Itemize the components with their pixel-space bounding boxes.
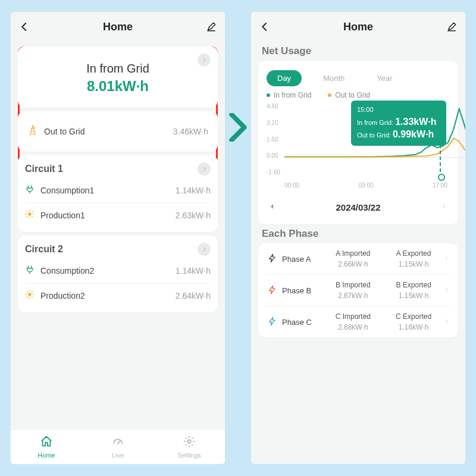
- circuit-2-title: Circuit 2: [25, 240, 211, 258]
- svg-point-2: [28, 293, 31, 296]
- out-card[interactable]: Out to Grid 3.46kW·h: [18, 111, 218, 152]
- net-usage-card: Day Month Year In from Grid Out to Grid …: [258, 61, 458, 224]
- net-usage-chart[interactable]: 4.80 3.20 1.60 0.00 -1.60 15:00 In from …: [265, 103, 451, 192]
- phase-list: Phase A A Imported2.66kW·h A Exported1.1…: [258, 243, 458, 337]
- chevron-right-icon[interactable]: [198, 54, 211, 67]
- phase-b-exp-label: B Exported: [383, 281, 444, 289]
- next-date-icon[interactable]: [441, 202, 447, 212]
- circuit-1-card[interactable]: Circuit 1 Consumption1 1.14kW·h Producti…: [18, 155, 218, 232]
- chevron-right-icon: [444, 317, 449, 327]
- phase-b-exp-value: 1.15kW·h: [383, 292, 444, 300]
- consumption1-label: Consumption1: [40, 186, 94, 195]
- tower-icon: [27, 124, 38, 139]
- sun-icon: [25, 290, 35, 302]
- phase-b-name: Phase B: [282, 286, 311, 295]
- phase-a-imp-label: A Imported: [323, 249, 384, 258]
- tooltip-out-label: Out to Grid:: [357, 131, 391, 139]
- consumption2-label: Consumption2: [40, 266, 94, 275]
- y-tick: 1.60: [267, 136, 280, 143]
- section-net-usage-title: Net Usage: [262, 45, 455, 57]
- production1-label: Production1: [40, 211, 85, 220]
- chevron-right-icon[interactable]: [198, 162, 211, 176]
- bottom-nav: Home Live Settings: [11, 429, 225, 464]
- consumption1-value: 1.14kW·h: [176, 186, 211, 195]
- gear-icon: [183, 435, 196, 450]
- circuit-1-title: Circuit 1: [25, 160, 211, 178]
- chart-tooltip: 15:00 In from Grid: 1.33kW·h Out to Grid…: [351, 101, 446, 146]
- phase-c-name: Phase C: [282, 318, 312, 327]
- tab-live-label: Live: [112, 452, 124, 459]
- topbar: Home: [11, 12, 225, 42]
- tab-live[interactable]: Live: [82, 430, 154, 464]
- period-month[interactable]: Month: [312, 70, 355, 86]
- x-axis: 00:00 09:00 17:00: [284, 182, 447, 189]
- sun-icon: [25, 209, 35, 221]
- period-day[interactable]: Day: [267, 70, 302, 86]
- svg-point-1: [28, 212, 31, 215]
- circuit-2-card[interactable]: Circuit 2 Consumption2 1.14kW·h Producti…: [18, 236, 218, 312]
- page-title: Home: [103, 21, 133, 33]
- phase-a-exp-value: 1.15kW·h: [383, 260, 444, 268]
- edit-icon[interactable]: [206, 21, 217, 32]
- prev-date-icon[interactable]: [269, 202, 275, 212]
- in-from-grid-label: In from Grid: [25, 62, 211, 76]
- y-tick: 3.20: [267, 120, 280, 126]
- tab-settings-label: Settings: [177, 452, 201, 459]
- tab-settings[interactable]: Settings: [154, 430, 225, 464]
- back-icon[interactable]: [259, 21, 270, 32]
- date-nav: 2024/03/22: [269, 202, 447, 212]
- chart-marker: [440, 133, 441, 178]
- chevron-right-icon: [444, 253, 449, 264]
- out-to-grid-value: 3.46kW·h: [173, 127, 208, 136]
- legend-in-label: In from Grid: [274, 91, 311, 99]
- screen-net-usage: Home Net Usage Day Month Year In from Gr…: [251, 12, 465, 464]
- plug-icon: [25, 264, 35, 277]
- production2-label: Production2: [40, 291, 85, 300]
- legend-dot-in: [267, 93, 270, 97]
- edit-icon[interactable]: [446, 21, 457, 32]
- x-tick: 17:00: [433, 182, 447, 189]
- home-icon: [40, 435, 53, 450]
- chevron-right-icon[interactable]: [198, 243, 211, 256]
- period-year[interactable]: Year: [366, 70, 403, 86]
- grid-card[interactable]: In from Grid 8.01kW·h: [18, 46, 218, 108]
- gauge-icon: [111, 435, 124, 450]
- phase-b-row[interactable]: Phase B B Imported2.67kW·h B Exported1.1…: [265, 274, 451, 306]
- phase-b-imp-label: B Imported: [323, 281, 384, 289]
- svg-point-3: [187, 440, 191, 443]
- phase-c-imp-label: C Imported: [323, 312, 384, 321]
- y-tick: -1.60: [267, 169, 280, 176]
- in-from-grid-value: 8.01kW·h: [25, 78, 211, 95]
- consumption2-value: 1.14kW·h: [176, 266, 211, 275]
- date-value: 2024/03/22: [336, 202, 380, 212]
- period-tabs: Day Month Year: [267, 70, 450, 86]
- phase-c-imp-value: 2.68kW·h: [323, 323, 384, 331]
- x-tick: 09:00: [358, 182, 373, 189]
- tooltip-out-value: 0.99kW·h: [393, 129, 434, 139]
- screen-home-summary: Home In from Grid 8.01kW·h Out: [11, 12, 225, 464]
- out-to-grid-label: Out to Grid: [44, 127, 84, 136]
- plug-icon: [25, 184, 35, 197]
- legend-dot-out: [328, 93, 331, 97]
- bolt-icon: [268, 253, 277, 265]
- phase-c-exp-label: C Exported: [383, 312, 444, 321]
- topbar: Home: [251, 12, 465, 42]
- tab-home[interactable]: Home: [11, 430, 82, 464]
- phase-a-imp-value: 2.66kW·h: [323, 260, 384, 268]
- phase-c-exp-value: 1.16kW·h: [383, 323, 444, 331]
- y-axis: 4.80 3.20 1.60 0.00 -1.60: [267, 103, 280, 176]
- transition-arrow-icon: [228, 113, 248, 144]
- bolt-icon: [268, 317, 277, 328]
- tooltip-time: 15:00: [357, 105, 440, 114]
- tab-home-label: Home: [37, 452, 55, 459]
- phase-c-row[interactable]: Phase C C Imported2.68kW·h C Exported1.1…: [265, 306, 451, 337]
- y-tick: 4.80: [267, 103, 280, 109]
- legend: In from Grid Out to Grid: [267, 91, 451, 99]
- phase-a-row[interactable]: Phase A A Imported2.66kW·h A Exported1.1…: [265, 243, 451, 274]
- back-icon[interactable]: [19, 21, 30, 32]
- x-tick: 00:00: [284, 182, 299, 189]
- tooltip-in-value: 1.33kW·h: [395, 117, 436, 127]
- section-each-phase-title: Each Phase: [262, 228, 455, 240]
- page-title: Home: [343, 21, 373, 33]
- y-tick: 0.00: [267, 152, 280, 159]
